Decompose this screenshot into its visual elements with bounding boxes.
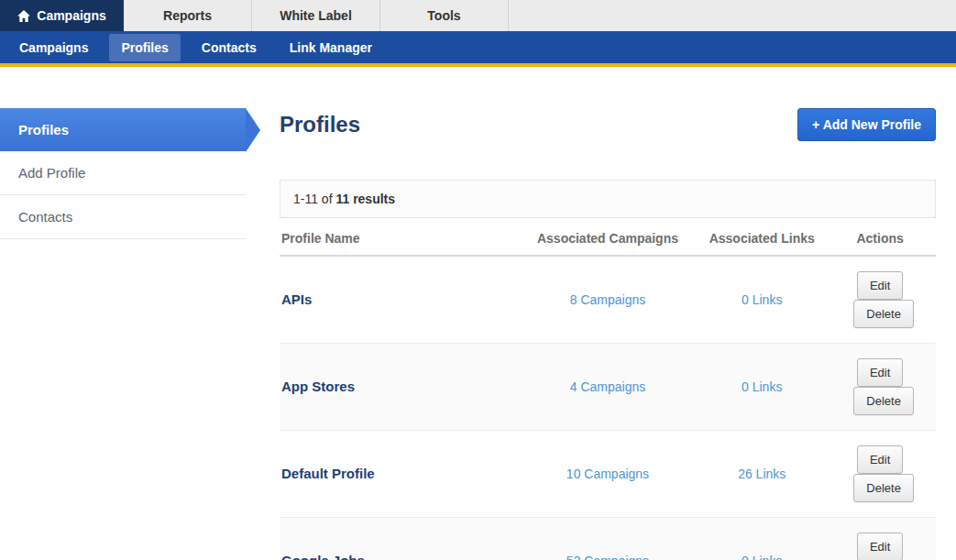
subnav-item-campaigns[interactable]: Campaigns [7, 34, 100, 61]
table-row: APIs 8 Campaigns 0 Links Edit Delete [280, 256, 936, 344]
edit-button[interactable]: Edit [857, 533, 903, 560]
sidebar-item-contacts[interactable]: Contacts [0, 195, 246, 239]
profile-name-link[interactable]: App Stores [281, 379, 355, 394]
sidebar-item-profiles[interactable]: Profiles [0, 108, 246, 151]
results-count: 1-11 of 11 results [280, 180, 936, 218]
subnav-item-profiles[interactable]: Profiles [109, 34, 180, 61]
table-row: App Stores 4 Campaigns 0 Links Edit Dele… [280, 344, 936, 431]
links-link[interactable]: 0 Links [742, 554, 782, 560]
top-tab-label: White Label [280, 8, 352, 23]
cell-profile-name: APIs [280, 256, 516, 344]
campaigns-link[interactable]: 52 Campaigns [566, 554, 649, 560]
top-nav: Campaigns Reports White Label Tools [0, 0, 956, 31]
col-actions: Actions [824, 218, 936, 256]
main-header: Profiles + Add New Profile [280, 108, 936, 141]
cell-campaigns: 4 Campaigns [516, 344, 699, 431]
content-area: Profiles Add Profile Contacts Profiles +… [0, 67, 956, 560]
delete-button[interactable]: Delete [853, 474, 914, 502]
cell-actions: Edit Delete [824, 256, 936, 344]
table-row: Google Jobs 52 Campaigns 0 Links Edit De… [280, 518, 936, 560]
top-tab-white-label[interactable]: White Label [252, 0, 380, 31]
home-icon [17, 10, 30, 22]
cell-links: 0 Links [699, 256, 824, 344]
cell-links: 0 Links [699, 344, 824, 431]
cell-campaigns: 8 Campaigns [516, 256, 699, 344]
delete-button[interactable]: Delete [853, 300, 914, 328]
col-profile-name: Profile Name [280, 218, 516, 256]
edit-button[interactable]: Edit [857, 445, 903, 474]
cell-profile-name: Default Profile [280, 431, 516, 518]
top-nav-filler [509, 0, 956, 31]
table-header-row: Profile Name Associated Campaigns Associ… [280, 218, 936, 256]
sidebar: Profiles Add Profile Contacts [0, 108, 246, 560]
top-tab-reports[interactable]: Reports [124, 0, 252, 31]
col-associated-campaigns: Associated Campaigns [516, 218, 699, 256]
sidebar-item-label: Add Profile [18, 165, 85, 181]
profiles-table-body: APIs 8 Campaigns 0 Links Edit Delete [280, 256, 936, 560]
subnav-item-contacts[interactable]: Contacts [190, 34, 269, 61]
profile-name-link[interactable]: APIs [281, 291, 312, 307]
campaigns-link[interactable]: 8 Campaigns [570, 292, 646, 307]
campaigns-link[interactable]: 10 Campaigns [566, 467, 649, 481]
sidebar-item-add-profile[interactable]: Add Profile [0, 151, 246, 195]
col-associated-links: Associated Links [699, 218, 824, 256]
page-title: Profiles [280, 112, 360, 137]
sub-nav: Campaigns Profiles Contacts Link Manager [0, 31, 956, 63]
cell-campaigns: 52 Campaigns [516, 518, 699, 560]
table-row: Default Profile 10 Campaigns 26 Links Ed… [280, 431, 936, 518]
cell-profile-name: App Stores [280, 344, 516, 431]
delete-button[interactable]: Delete [853, 387, 914, 415]
top-tab-campaigns[interactable]: Campaigns [0, 0, 124, 31]
main-panel: Profiles + Add New Profile 1-11 of 11 re… [246, 108, 956, 560]
profile-name-link[interactable]: Google Jobs [281, 553, 365, 560]
cell-profile-name: Google Jobs [280, 518, 516, 560]
cell-links: 0 Links [699, 518, 824, 560]
results-bold: 11 results [335, 192, 395, 206]
campaigns-link[interactable]: 4 Campaigns [570, 379, 646, 394]
results-prefix: 1-11 of [293, 192, 335, 206]
links-link[interactable]: 26 Links [738, 467, 786, 481]
edit-button[interactable]: Edit [857, 271, 903, 300]
sidebar-item-label: Contacts [18, 209, 72, 225]
cell-campaigns: 10 Campaigns [516, 431, 699, 518]
subnav-item-link-manager[interactable]: Link Manager [278, 34, 384, 61]
top-tab-label: Reports [163, 8, 212, 23]
profile-name-link[interactable]: Default Profile [281, 466, 375, 481]
sidebar-item-label: Profiles [18, 122, 69, 137]
links-link[interactable]: 0 Links [742, 292, 782, 307]
cell-links: 26 Links [699, 431, 824, 518]
cell-actions: Edit Delete [824, 431, 936, 518]
top-tab-label: Campaigns [37, 8, 105, 23]
top-tab-label: Tools [427, 8, 460, 23]
profiles-table: Profile Name Associated Campaigns Associ… [280, 218, 936, 560]
top-tab-tools[interactable]: Tools [380, 0, 509, 31]
app-window: Campaigns Reports White Label Tools Camp… [0, 0, 956, 560]
cell-actions: Edit Delete [824, 518, 936, 560]
edit-button[interactable]: Edit [857, 358, 903, 387]
add-new-profile-button[interactable]: + Add New Profile [797, 108, 936, 141]
cell-actions: Edit Delete [824, 344, 936, 431]
links-link[interactable]: 0 Links [742, 379, 782, 394]
